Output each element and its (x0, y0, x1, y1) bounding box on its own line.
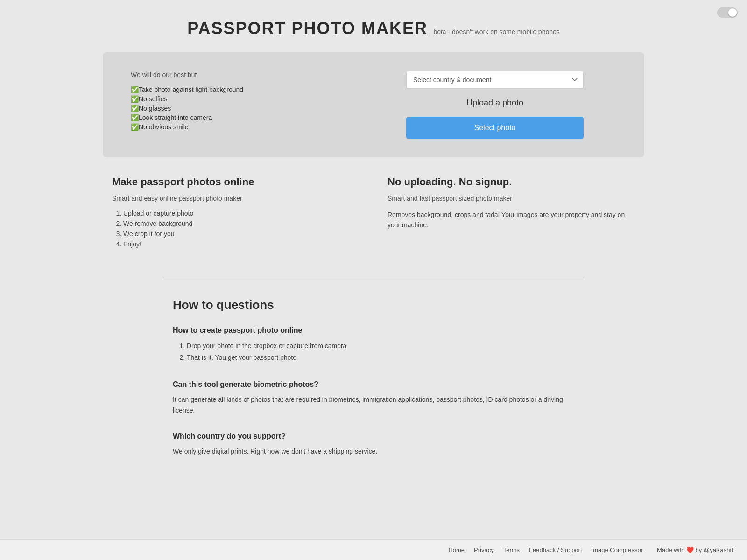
section-divider (163, 279, 584, 279)
requirements-checklist: ✅Take photo against light background ✅No… (131, 86, 374, 131)
card-intro-text: We will do our best but (131, 71, 374, 78)
upload-label: Upload a photo (466, 98, 523, 108)
checklist-item: ✅No glasses (131, 105, 374, 112)
page-header: PASSPORT PHOTO MAKER beta - doesn't work… (93, 0, 654, 52)
feature-left-heading: Make passport photos online (112, 176, 359, 188)
faq-steps-1: Drop your photo in the dropbox or captur… (173, 340, 574, 364)
features-section: Make passport photos online Smart and ea… (103, 176, 644, 251)
feature-right-col: No uploading. No signup. Smart and fast … (388, 176, 635, 251)
faq-question-1: How to create passport photo online (173, 326, 574, 335)
footer-link-image-compressor[interactable]: Image Compressor (592, 546, 643, 553)
feature-step: Upload or capture photo (123, 210, 359, 217)
page-subtitle: beta - doesn't work on some mobile phone… (433, 28, 559, 35)
faq-item-2: Can this tool generate biometric photos?… (173, 380, 574, 415)
feature-right-details: Removes background, crops and tada! Your… (388, 210, 635, 231)
faq-section: How to questions How to create passport … (163, 298, 584, 511)
feature-right-desc: Smart and fast passport sized photo make… (388, 195, 635, 202)
feature-step: We remove background (123, 220, 359, 227)
footer-made-with: Made with ❤️ by @yaKashif (657, 546, 733, 553)
checklist-item: ✅Take photo against light background (131, 86, 374, 93)
feature-step: Enjoy! (123, 240, 359, 248)
faq-item-3: Which country do you support? We only gi… (173, 432, 574, 456)
faq-answer-2: It can generate all kinds of photos that… (173, 394, 574, 415)
heart-icon: ❤️ (686, 546, 694, 553)
checklist-item: ✅No obvious smile (131, 123, 374, 131)
upload-card: We will do our best but ✅Take photo agai… (103, 52, 644, 157)
footer-link-feedback[interactable]: Feedback / Support (529, 546, 582, 553)
footer-link-privacy[interactable]: Privacy (474, 546, 494, 553)
page-footer: Home Privacy Terms Feedback / Support Im… (0, 539, 747, 560)
faq-question-3: Which country do you support? (173, 432, 574, 441)
faq-question-2: Can this tool generate biometric photos? (173, 380, 574, 389)
feature-left-col: Make passport photos online Smart and ea… (112, 176, 359, 251)
faq-answer-3: We only give digital prints. Right now w… (173, 446, 574, 456)
feature-step: We crop it for you (123, 230, 359, 238)
country-document-select[interactable]: Select country & document (406, 71, 584, 89)
dark-mode-toggle[interactable] (717, 7, 738, 18)
footer-link-home[interactable]: Home (448, 546, 465, 553)
feature-left-steps: Upload or capture photo We remove backgr… (112, 210, 359, 248)
checklist-item: ✅Look straight into camera (131, 114, 374, 121)
faq-heading: How to questions (173, 298, 574, 312)
feature-right-heading: No uploading. No signup. (388, 176, 635, 188)
dark-mode-toggle-area (717, 7, 738, 20)
checklist-item: ✅No selfies (131, 95, 374, 103)
footer-link-terms[interactable]: Terms (503, 546, 520, 553)
page-title: PASSPORT PHOTO MAKER (187, 19, 428, 38)
feature-left-desc: Smart and easy online passport photo mak… (112, 195, 359, 202)
faq-item-1: How to create passport photo online Drop… (173, 326, 574, 364)
faq-step: Drop your photo in the dropbox or captur… (187, 340, 574, 352)
upload-left-panel: We will do our best but ✅Take photo agai… (131, 71, 374, 133)
upload-right-panel: Select country & document Upload a photo… (374, 71, 616, 139)
faq-step: That is it. You get your passport photo (187, 352, 574, 364)
select-photo-button[interactable]: Select photo (406, 117, 584, 139)
